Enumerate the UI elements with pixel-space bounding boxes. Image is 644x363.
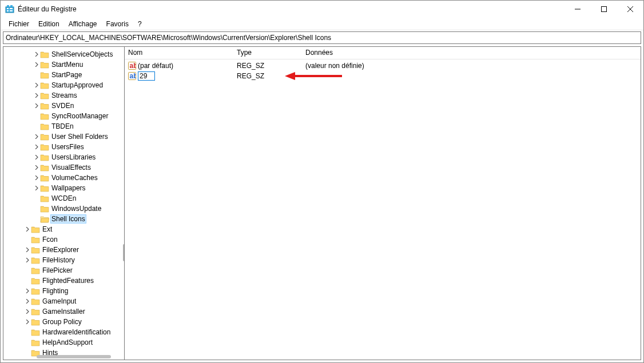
tree-item[interactable]: FilePicker	[3, 265, 124, 276]
tree-item[interactable]: WindowsUpdate	[3, 204, 124, 214]
minimize-icon	[575, 6, 581, 12]
folder-icon	[31, 308, 40, 316]
folder-icon	[31, 328, 40, 336]
tree-item-label: VisualEffects	[50, 163, 92, 171]
chevron-right-icon[interactable]	[33, 145, 40, 149]
tree-item[interactable]: Flighting	[3, 286, 124, 296]
value-row[interactable]: REG_SZ	[125, 71, 641, 81]
tree-item[interactable]: UsersFiles	[3, 142, 124, 152]
address-bar[interactable]: Ordinateur\HKEY_LOCAL_MACHINE\SOFTWARE\M…	[3, 31, 641, 44]
tree-item-label: ShellServiceObjects	[50, 50, 114, 58]
tree-item-label: Group Policy	[41, 318, 83, 326]
folder-icon	[31, 225, 40, 233]
folder-icon	[31, 266, 40, 274]
chevron-right-icon[interactable]	[24, 227, 31, 232]
tree-item-label: Flighting	[41, 287, 69, 295]
menubar: Fichier Edition Affichage Favoris ?	[1, 18, 643, 30]
tree-item[interactable]: FlightedFeatures	[3, 276, 124, 286]
folder-icon	[40, 102, 49, 110]
column-header-type[interactable]: Type	[233, 47, 302, 59]
chevron-right-icon[interactable]	[33, 103, 40, 108]
menu-view[interactable]: Affichage	[64, 19, 102, 29]
tree-item-label: StartupApproved	[50, 81, 104, 89]
tree-item[interactable]: WCDEn	[3, 193, 124, 204]
maximize-icon	[601, 6, 607, 12]
chevron-right-icon[interactable]	[24, 299, 31, 304]
column-header-data[interactable]: Données	[302, 47, 641, 59]
folder-icon	[40, 215, 49, 223]
chevron-right-icon[interactable]	[33, 62, 40, 67]
tree-item-label: TBDEn	[50, 122, 75, 130]
tree-item[interactable]: VisualEffects	[3, 162, 124, 173]
menu-edit[interactable]: Edition	[34, 19, 64, 29]
chevron-right-icon[interactable]	[24, 248, 31, 252]
tree-item[interactable]: Shell Icons	[3, 214, 124, 224]
tree-item[interactable]: ShellServiceObjects	[3, 49, 124, 59]
chevron-right-icon[interactable]	[33, 83, 40, 87]
folder-icon	[40, 163, 49, 171]
tree-item[interactable]: HardwareIdentification	[3, 327, 124, 337]
window-frame: Éditeur du Registre Fichier Edition Affi…	[0, 0, 644, 363]
minimize-button[interactable]	[565, 1, 591, 18]
chevron-right-icon[interactable]	[33, 165, 40, 170]
tree-item-label: Shell Icons	[50, 214, 86, 224]
tree-item[interactable]: SVDEn	[3, 101, 124, 111]
menu-file[interactable]: Fichier	[4, 19, 34, 29]
tree-item[interactable]: VolumeCaches	[3, 173, 124, 183]
value-name-input[interactable]	[138, 71, 155, 81]
tree-item[interactable]: FileExplorer	[3, 245, 124, 255]
list-body[interactable]: (par défaut)REG_SZ(valeur non définie)RE…	[125, 59, 641, 360]
folder-icon	[31, 338, 40, 346]
tree-item-label: WindowsUpdate	[50, 205, 102, 213]
tree-item-label: Streams	[50, 91, 78, 99]
folder-icon	[31, 256, 40, 264]
list-pane: Nom Type Données (par défaut)REG_SZ(vale…	[125, 47, 641, 360]
value-row[interactable]: (par défaut)REG_SZ(valeur non définie)	[125, 61, 641, 71]
tree-item[interactable]: Wallpapers	[3, 183, 124, 193]
tree-item-label: GameInstaller	[41, 308, 86, 316]
chevron-right-icon[interactable]	[33, 134, 40, 139]
chevron-right-icon[interactable]	[33, 175, 40, 180]
tree-item[interactable]: TBDEn	[3, 121, 124, 131]
tree-item[interactable]: Ext	[3, 224, 124, 234]
tree-item-label: Ext	[41, 225, 53, 233]
tree-item-label: UsersFiles	[50, 143, 85, 151]
tree-item-label: VolumeCaches	[50, 174, 99, 182]
tree-item[interactable]: User Shell Folders	[3, 131, 124, 142]
chevron-right-icon[interactable]	[24, 289, 31, 293]
tree-item-label: User Shell Folders	[50, 133, 109, 141]
chevron-right-icon[interactable]	[24, 320, 31, 324]
string-value-icon	[128, 72, 136, 80]
chevron-right-icon[interactable]	[33, 186, 40, 190]
tree-hscroll-thumb[interactable]	[37, 355, 111, 358]
chevron-right-icon[interactable]	[24, 309, 31, 314]
maximize-button[interactable]	[591, 1, 617, 18]
tree-item-label: HelpAndSupport	[41, 338, 94, 346]
tree-item[interactable]: StartPage	[3, 70, 124, 80]
tree-item[interactable]: Streams	[3, 90, 124, 101]
tree-item-label: WCDEn	[50, 194, 77, 202]
folder-icon	[40, 50, 49, 58]
menu-favorites[interactable]: Favoris	[102, 19, 133, 29]
tree-item[interactable]: GameInput	[3, 296, 124, 306]
tree-item[interactable]: HelpAndSupport	[3, 337, 124, 348]
tree-item-label: Fcon	[41, 236, 59, 244]
tree-list[interactable]: ShellServiceObjectsStartMenuStartPageSta…	[3, 49, 124, 360]
tree-item[interactable]: StartupApproved	[3, 80, 124, 90]
tree-item[interactable]: StartMenu	[3, 59, 124, 70]
chevron-right-icon[interactable]	[24, 258, 31, 262]
chevron-right-icon[interactable]	[33, 155, 40, 159]
tree-item[interactable]: SyncRootManager	[3, 111, 124, 121]
tree-item[interactable]: Group Policy	[3, 317, 124, 327]
folder-icon	[40, 112, 49, 120]
tree-item[interactable]: GameInstaller	[3, 306, 124, 317]
tree-item[interactable]: FileHistory	[3, 255, 124, 265]
tree-item[interactable]: Fcon	[3, 234, 124, 245]
tree-item[interactable]: UsersLibraries	[3, 152, 124, 162]
folder-icon	[40, 205, 49, 213]
chevron-right-icon[interactable]	[33, 52, 40, 57]
menu-help[interactable]: ?	[133, 19, 146, 29]
close-button[interactable]	[617, 1, 643, 18]
chevron-right-icon[interactable]	[33, 93, 40, 98]
column-header-name[interactable]: Nom	[125, 47, 233, 59]
